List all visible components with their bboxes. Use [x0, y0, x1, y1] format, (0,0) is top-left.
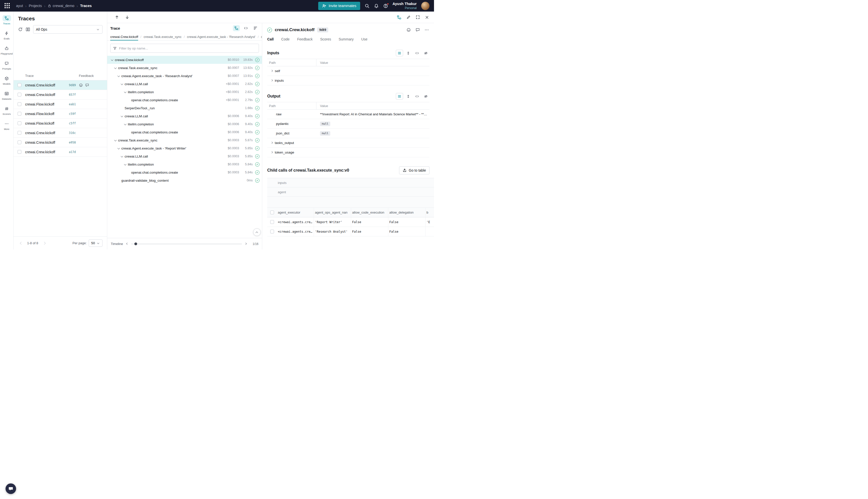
input-row[interactable]: self — [267, 66, 430, 76]
chevron-down-icon[interactable] — [123, 122, 127, 126]
flamegraph-view-icon[interactable] — [252, 25, 259, 31]
output-row[interactable]: json_dict null — [267, 129, 430, 138]
breadcrumb-projects[interactable]: Projects — [29, 4, 42, 8]
timeline-slider[interactable] — [131, 242, 242, 246]
row-checkbox[interactable] — [17, 121, 21, 125]
table-row[interactable]: <crewai.agents.cre… 'Research Analyst' F… — [267, 227, 434, 236]
chevron-down-icon[interactable] — [123, 90, 127, 94]
tree-row[interactable]: litellm.completion $0.0003 5.84s — [107, 160, 262, 168]
invite-teammates-button[interactable]: Invite teammates — [318, 2, 360, 10]
scroll-to-top-button[interactable] — [253, 228, 261, 236]
chevron-left-icon[interactable] — [126, 242, 128, 245]
refresh-icon[interactable] — [18, 27, 23, 32]
expand-rows-icon[interactable] — [405, 50, 412, 56]
tree-row[interactable]: crewai.Task.execute_sync $0.0003 5.87s — [107, 136, 262, 144]
prev-page-button[interactable] — [18, 241, 24, 246]
table-row[interactable]: crewai.Flow.kickoffc5ff — [14, 119, 107, 128]
table-row[interactable]: crewai.Crew.kickoff657f — [14, 90, 107, 99]
row-checkbox[interactable] — [17, 150, 21, 154]
tab-call[interactable]: Call — [267, 37, 274, 41]
tree-row[interactable]: litellm.completion $0.0006 9.40s — [107, 120, 262, 128]
ops-filter-select[interactable]: All Ops — [33, 25, 102, 34]
fullscreen-icon[interactable] — [416, 15, 420, 19]
next-page-button[interactable] — [42, 241, 47, 246]
timeline-slider-handle[interactable] — [134, 242, 137, 245]
tree-row[interactable]: crewai.Crew.kickoff $0.0010 19.83s — [107, 56, 262, 64]
input-row[interactable]: inputs — [267, 76, 430, 85]
hide-values-eye-off-icon[interactable] — [422, 93, 430, 99]
output-row[interactable]: raw **Investment Report: AI in Chemical … — [267, 110, 430, 119]
comment-icon[interactable] — [85, 83, 89, 87]
list-view-icon[interactable] — [396, 50, 403, 56]
list-view-icon[interactable] — [396, 93, 403, 99]
row-checkbox[interactable] — [17, 112, 21, 115]
chevron-down-icon[interactable] — [113, 138, 117, 142]
notifications-bell-icon[interactable] — [374, 3, 379, 8]
chevron-down-icon[interactable] — [123, 162, 127, 166]
op-name-filter-input[interactable] — [119, 47, 256, 50]
tree-row[interactable]: openai.chat.completions.create $0.0003 5… — [107, 168, 262, 177]
chevron-down-icon[interactable] — [110, 58, 114, 62]
overflow-menu-icon[interactable] — [424, 28, 429, 32]
code-view-icon[interactable] — [413, 50, 421, 56]
tree-row[interactable]: guardrail-validate_blog_content 0ms — [107, 177, 262, 184]
hide-values-eye-off-icon[interactable] — [422, 50, 430, 56]
tree-view-icon[interactable] — [233, 25, 240, 31]
user-menu[interactable]: Ayush Thakur Personal — [393, 1, 417, 10]
search-icon[interactable] — [365, 3, 370, 8]
tree-row[interactable]: crewai.LLM.call <$0.0001 2.82s — [107, 80, 262, 88]
table-row[interactable]: crewai.Flow.kickoffeab1 — [14, 99, 107, 109]
wandb-logo[interactable] — [4, 3, 10, 9]
sidebar-item-traces[interactable]: Traces — [2, 15, 11, 25]
edit-pencil-icon[interactable] — [406, 15, 411, 19]
tab-scores[interactable]: Scores — [320, 37, 331, 41]
row-checkbox[interactable] — [270, 230, 274, 233]
column-header[interactable]: agent_executor — [277, 208, 314, 217]
chevron-right-icon[interactable] — [271, 142, 273, 145]
output-row[interactable]: tasks_output — [267, 138, 430, 148]
column-header[interactable]: b — [425, 208, 434, 217]
tree-row[interactable]: crewai.Agent.execute_task - 'Report Writ… — [107, 144, 262, 152]
tree-row[interactable]: crewai.Agent.execute_task - 'Research An… — [107, 72, 262, 80]
chevron-down-icon[interactable] — [113, 66, 117, 70]
columns-icon[interactable] — [26, 27, 30, 32]
row-checkbox[interactable] — [17, 141, 21, 144]
tab-summary[interactable]: Summary — [338, 37, 354, 41]
comment-icon[interactable] — [416, 28, 420, 32]
sidebar-item-evals[interactable]: Evals — [2, 30, 11, 40]
column-header[interactable]: allow_delegation — [388, 208, 425, 217]
chevron-down-icon[interactable] — [117, 146, 121, 150]
next-call-arrow-down-icon[interactable] — [125, 15, 129, 19]
add-reaction-icon[interactable] — [79, 83, 83, 87]
per-page-select[interactable]: 50 — [89, 240, 102, 247]
breadcrumb-entity[interactable]: ayut — [16, 4, 23, 8]
chevron-right-icon[interactable] — [271, 151, 273, 154]
row-checkbox[interactable] — [17, 131, 21, 135]
select-all-checkbox[interactable] — [270, 210, 274, 214]
chevron-right-icon[interactable] — [271, 79, 273, 82]
chevron-right-icon[interactable] — [244, 242, 247, 245]
code-view-icon[interactable] — [243, 25, 249, 31]
split-tree-view-icon[interactable] — [397, 15, 401, 20]
sidebar-item-prompts[interactable]: Prompts — [2, 60, 11, 70]
chevron-down-icon[interactable] — [120, 154, 124, 158]
column-header[interactable]: agent_ops_agent_nan — [314, 208, 351, 217]
breadcrumb-project[interactable]: crewai_demo — [48, 4, 74, 8]
previous-call-arrow-up-icon[interactable] — [115, 15, 119, 19]
column-header[interactable]: allow_code_execution — [351, 208, 388, 217]
row-checkbox[interactable] — [17, 83, 21, 87]
go-to-table-button[interactable]: Go to table — [399, 166, 430, 174]
output-row[interactable]: token_usage — [267, 148, 430, 157]
tree-row[interactable]: crewai.LLM.call $0.0003 5.85s — [107, 152, 262, 160]
output-row[interactable]: pydantic null — [267, 119, 430, 129]
chevron-down-icon[interactable] — [117, 74, 121, 78]
table-row[interactable]: crewai.Crew.kickoffa17d — [14, 147, 107, 157]
table-row[interactable]: <crewai.agents.cre… 'Report Writer' Fals… — [267, 217, 434, 227]
expand-rows-icon[interactable] — [405, 93, 412, 99]
call-id-badge[interactable]: 9d89 — [317, 27, 328, 33]
sidebar-item-more[interactable]: More — [2, 121, 11, 130]
sidebar-item-models[interactable]: Models — [2, 75, 11, 85]
chevron-right-icon[interactable] — [271, 70, 273, 73]
table-row[interactable]: crewai.Crew.kickoffe058 — [14, 138, 107, 147]
chevron-down-icon[interactable] — [120, 82, 124, 86]
